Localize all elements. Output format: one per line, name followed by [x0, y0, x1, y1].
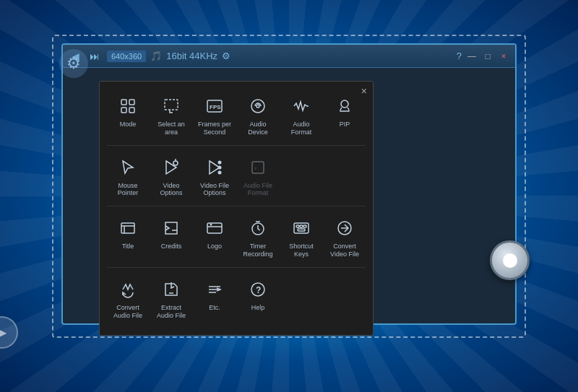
help-button[interactable]: ?: [457, 51, 462, 61]
credits-icon: [160, 217, 183, 240]
menu-item-extract-audio[interactable]: Extract Audio File: [150, 272, 192, 324]
menu-item-audio-format[interactable]: Audio Format: [280, 89, 322, 141]
fps-label: Frames per Second: [197, 121, 233, 136]
menu-item-timer-recording[interactable]: Timer Recording: [237, 211, 279, 263]
shortcut-keys-label: Shortcut Keys: [283, 243, 319, 258]
svg-point-9: [341, 100, 348, 108]
menu-close-button[interactable]: ×: [361, 86, 367, 96]
svg-marker-10: [166, 161, 176, 174]
convert-video-label: Convert Video File: [327, 243, 363, 258]
svg-rect-31: [303, 225, 306, 227]
audio-format-badge: 16bit 44KHz: [166, 51, 217, 61]
close-button[interactable]: ×: [498, 51, 509, 62]
svg-rect-23: [207, 223, 222, 233]
select-area-label: Select an area: [153, 121, 189, 136]
video-icon: 🎵: [150, 51, 162, 61]
menu-item-select-area[interactable]: Select an area: [150, 89, 192, 141]
menu-section-3: Title Credits Logo Timer Recording: [107, 211, 366, 268]
minimize-button[interactable]: —: [466, 51, 478, 62]
menu-item-convert-video[interactable]: Convert Video File: [324, 211, 366, 263]
svg-rect-2: [121, 108, 126, 113]
menu-item-title[interactable]: Title: [107, 211, 149, 263]
menu-item-empty3: [280, 272, 322, 324]
menu-item-empty4: [324, 272, 366, 324]
convert-video-icon: [333, 217, 356, 240]
svg-rect-3: [129, 108, 134, 113]
menu-item-help[interactable]: ? Help: [237, 272, 279, 324]
audio-format-icon: [290, 95, 313, 118]
convert-audio-label: Convert Audio File: [110, 304, 146, 320]
fps-icon: FPS: [203, 95, 226, 118]
svg-text:FPS: FPS: [210, 104, 221, 110]
select-area-icon: [160, 95, 183, 118]
menu-item-mode[interactable]: Mode: [107, 89, 149, 141]
svg-rect-1: [129, 100, 134, 105]
svg-point-11: [173, 161, 178, 165]
menu-section-4: Convert Audio File Extract Audio File Et…: [107, 272, 366, 328]
svg-rect-29: [296, 225, 299, 227]
audio-file-format-label: Audio File Format: [240, 182, 276, 198]
etc-label: Etc.: [209, 304, 220, 312]
menu-item-mouse-pointer[interactable]: Mouse Pointer: [107, 150, 149, 202]
svg-point-25: [210, 224, 212, 226]
app-window: ◀ ⏭ 640x360 🎵 16bit 44KHz ⚙ ? — □ × × Mo…: [61, 43, 517, 325]
menu-section-2: Mouse Pointer Video Options Video File O…: [107, 150, 366, 207]
menu-item-credits[interactable]: Credits: [150, 211, 192, 263]
skip-button[interactable]: ⏭: [87, 49, 103, 64]
record-button[interactable]: [490, 240, 530, 280]
mouse-pointer-label: Mouse Pointer: [110, 182, 146, 198]
svg-text:♪: ♪: [254, 165, 257, 170]
pip-icon: [333, 95, 356, 118]
menu-item-convert-audio[interactable]: Convert Audio File: [107, 272, 149, 324]
svg-rect-28: [294, 223, 309, 233]
audio-format-label: Audio Format: [283, 121, 319, 136]
svg-rect-32: [298, 229, 305, 231]
etc-icon: [203, 278, 226, 301]
maximize-button[interactable]: □: [482, 51, 493, 62]
logo-label: Logo: [207, 243, 222, 251]
title-bar: ◀ ⏭ 640x360 🎵 16bit 44KHz ⚙ ? — □ ×: [63, 45, 515, 68]
video-options-icon: [160, 156, 183, 179]
svg-point-8: [256, 105, 259, 108]
menu-item-audio-file-format[interactable]: ♪ Audio File Format: [237, 150, 279, 202]
menu-section-1: Mode Select an area FPS Frames per Secon…: [107, 89, 366, 146]
svg-rect-4: [165, 100, 178, 110]
convert-audio-icon: [116, 278, 139, 301]
svg-point-15: [218, 165, 222, 169]
svg-point-16: [218, 170, 222, 174]
mode-icon: [116, 95, 139, 118]
help-item-icon: ?: [246, 278, 269, 301]
menu-item-video-options[interactable]: Video Options: [150, 150, 192, 202]
audio-device-icon: [246, 95, 269, 118]
timer-recording-label: Timer Recording: [240, 243, 276, 258]
extract-audio-icon: [160, 278, 183, 301]
resolution-badge: 640x360: [107, 51, 146, 62]
play-button[interactable]: ▶: [0, 316, 18, 349]
title-icon: [116, 217, 139, 240]
menu-item-empty2: [324, 150, 366, 202]
pip-label: PIP: [340, 121, 350, 129]
svg-rect-19: [121, 223, 134, 233]
logo-icon: [203, 217, 226, 240]
record-indicator: [503, 253, 517, 268]
credits-label: Credits: [161, 243, 182, 251]
menu-item-audio-device[interactable]: Audio Device: [237, 89, 279, 141]
gear-icon[interactable]: ⚙: [59, 49, 88, 78]
audio-device-label: Audio Device: [240, 121, 276, 136]
video-file-options-icon: [203, 156, 226, 179]
title-label: Title: [122, 243, 134, 251]
svg-rect-0: [121, 100, 126, 105]
menu-panel: × Mode Select an area FPS Frames per Sec…: [99, 81, 374, 336]
menu-item-fps[interactable]: FPS Frames per Second: [194, 89, 236, 141]
menu-item-etc[interactable]: Etc.: [194, 272, 236, 324]
extract-audio-label: Extract Audio File: [153, 304, 189, 320]
video-options-label: Video Options: [153, 182, 189, 198]
menu-item-shortcut-keys[interactable]: Shortcut Keys: [280, 211, 322, 263]
menu-item-pip[interactable]: PIP: [324, 89, 366, 141]
menu-item-video-file-options[interactable]: Video File Options: [194, 150, 236, 202]
mode-label: Mode: [120, 121, 137, 129]
settings-icon: ⚙: [222, 51, 230, 61]
menu-item-logo[interactable]: Logo: [194, 211, 236, 263]
mouse-pointer-icon: [116, 156, 139, 179]
video-file-options-label: Video File Options: [197, 182, 233, 198]
